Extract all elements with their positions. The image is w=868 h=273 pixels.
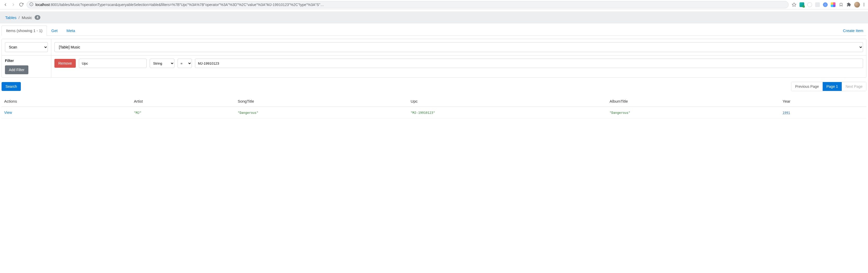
breadcrumb-badge: 4 — [35, 15, 41, 20]
page-1-button[interactable]: Page 1 — [823, 82, 841, 91]
table-select[interactable]: [Table] Music — [54, 42, 863, 52]
prev-page-button[interactable]: Previous Page — [792, 82, 823, 91]
nav-arrows — [2, 2, 25, 7]
extension-icon-1[interactable] — [800, 2, 804, 7]
filter-row: Remove String = — [54, 59, 863, 68]
breadcrumb: Tables / Music 4 — [5, 15, 863, 20]
pagination: Previous Page Page 1 Next Page — [791, 82, 866, 91]
address-bar[interactable]: localhost:8001/tables/Music?operationTyp… — [27, 1, 788, 8]
query-right-col: [Table] Music Remove String = — [51, 39, 866, 78]
next-page-button[interactable]: Next Page — [842, 82, 866, 91]
cell-year: 1991 — [783, 111, 790, 115]
breadcrumb-root[interactable]: Tables — [5, 16, 17, 20]
filter-attribute-input[interactable] — [79, 59, 147, 68]
reload-icon[interactable] — [19, 2, 24, 7]
cell-songtitle: "Dangerous" — [238, 111, 258, 115]
extension-icon-5[interactable] — [831, 2, 835, 7]
tabs: Items (showing 1 - 1) Get Meta — [2, 26, 80, 35]
col-albumtitle: AlbumTitle — [607, 96, 780, 107]
query-panel: Scan Filter Add Filter [Table] Music Rem… — [2, 39, 866, 78]
tabs-row: Items (showing 1 - 1) Get Meta Create It… — [2, 26, 866, 36]
star-icon[interactable] — [792, 2, 797, 7]
extension-icon-2[interactable] — [807, 2, 812, 7]
browser-toolbar: localhost:8001/tables/Music?operationTyp… — [0, 0, 868, 9]
add-filter-button[interactable]: Add Filter — [5, 65, 28, 74]
extension-icon-4[interactable] — [823, 2, 828, 7]
action-row: Search Previous Page Page 1 Next Page — [2, 82, 866, 91]
extensions-icon[interactable] — [846, 2, 851, 7]
back-icon[interactable] — [3, 2, 8, 7]
query-left-col: Scan Filter Add Filter — [2, 39, 51, 78]
col-actions: Actions — [2, 96, 131, 107]
cell-artist: "MJ" — [134, 111, 142, 115]
filter-type-select[interactable]: String — [150, 59, 175, 68]
col-upc: Upc — [408, 96, 607, 107]
create-item-link[interactable]: Create Item — [840, 28, 866, 33]
breadcrumb-bar: Tables / Music 4 — [0, 11, 868, 24]
table-header-row: Actions Artist SongTitle Upc AlbumTitle … — [2, 96, 866, 107]
extension-icon-3[interactable] — [815, 2, 820, 7]
filter-operator-select[interactable]: = — [178, 59, 192, 68]
breadcrumb-separator: / — [19, 16, 20, 20]
svg-marker-3 — [792, 3, 796, 6]
search-button[interactable]: Search — [2, 82, 21, 91]
col-songtitle: SongTitle — [235, 96, 408, 107]
operation-select[interactable]: Scan — [5, 42, 48, 52]
remove-filter-button[interactable]: Remove — [54, 59, 76, 68]
results-table: Actions Artist SongTitle Upc AlbumTitle … — [2, 96, 866, 119]
col-year: Year — [780, 96, 866, 107]
view-link[interactable]: View — [4, 111, 12, 115]
profile-avatar[interactable] — [854, 2, 860, 7]
menu-icon[interactable] — [863, 3, 865, 6]
breadcrumb-current: Music — [22, 16, 32, 20]
site-info-icon[interactable] — [29, 2, 33, 7]
filter-value-input[interactable] — [195, 59, 863, 68]
tab-items[interactable]: Items (showing 1 - 1) — [2, 26, 47, 35]
url-text: localhost:8001/tables/Music?operationTyp… — [35, 3, 786, 7]
tab-meta[interactable]: Meta — [62, 26, 80, 35]
col-artist: Artist — [131, 96, 235, 107]
chrome-actions — [791, 2, 866, 7]
cell-upc: "MJ-19910123" — [410, 111, 435, 115]
tab-get[interactable]: Get — [47, 26, 62, 35]
forward-icon[interactable] — [11, 2, 16, 7]
table-row: View "MJ" "Dangerous" "MJ-19910123" "Dan… — [2, 107, 866, 119]
bookmark-icon[interactable] — [839, 2, 843, 7]
filter-label: Filter — [5, 59, 48, 63]
cell-albumtitle: "Dangerous" — [610, 111, 630, 115]
